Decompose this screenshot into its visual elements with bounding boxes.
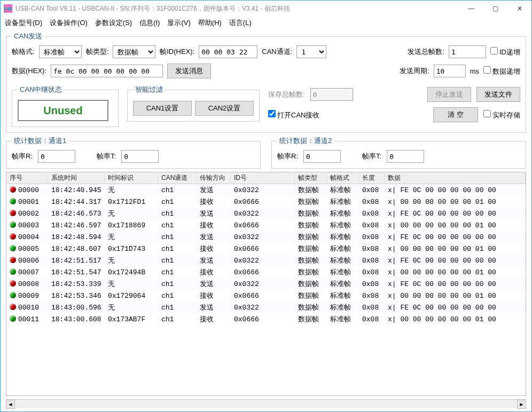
log-grid: 序号 系统时间 时间标识 CAN通道 传输方向 ID号 帧类型 帧格式 长度 数… bbox=[6, 172, 526, 396]
stop-send-button: 停止发送 bbox=[427, 87, 471, 102]
send-period-label: 发送周期: bbox=[400, 66, 429, 76]
direction-led-icon bbox=[10, 315, 16, 322]
table-row[interactable]: 0001118:43:00.6080x173AB7Fch1接收0x0666数据帧… bbox=[6, 313, 526, 325]
col-id[interactable]: ID号 bbox=[231, 173, 295, 183]
col-seq[interactable]: 序号 bbox=[6, 173, 48, 183]
direction-led-icon bbox=[10, 186, 16, 193]
stats1-t-label: 帧率T: bbox=[97, 152, 116, 161]
minimize-button[interactable]: — bbox=[459, 1, 483, 17]
frame-id-input[interactable] bbox=[199, 45, 257, 58]
channel-select[interactable]: 1 bbox=[296, 45, 326, 58]
open-recv-checkbox-label[interactable]: 打开CAN接收 bbox=[268, 110, 319, 120]
frame-type-select[interactable]: 数据帧 bbox=[113, 45, 155, 58]
table-row[interactable]: 0000818:42:53.339无ch1发送0x0322数据帧标准帧0x08x… bbox=[6, 278, 526, 290]
table-row[interactable]: 0000718:42:51.5470x172494Bch1接收0x0666数据帧… bbox=[6, 266, 526, 278]
col-data[interactable]: 数据 bbox=[385, 173, 526, 183]
window-title: USB-CAN Tool V9.11 - USBCAN-II - SN:序列号：… bbox=[15, 4, 459, 13]
send-total-input[interactable] bbox=[449, 45, 486, 58]
stats-ch2-group: 统计数据：通道2 帧率R: 帧率T: bbox=[271, 136, 526, 169]
scroll-right-icon[interactable]: ► bbox=[517, 400, 526, 409]
col-channel[interactable]: CAN通道 bbox=[158, 173, 197, 183]
menu-display[interactable]: 显示(V) bbox=[167, 18, 190, 28]
frame-format-label: 帧格式: bbox=[12, 47, 35, 57]
col-timeid[interactable]: 时间标识 bbox=[105, 173, 158, 183]
frame-type-label: 帧类型: bbox=[86, 47, 109, 57]
log-grid-header: 序号 系统时间 时间标识 CAN通道 传输方向 ID号 帧类型 帧格式 长度 数… bbox=[6, 172, 526, 184]
send-file-button[interactable]: 发送文件 bbox=[476, 87, 520, 102]
table-row[interactable]: 0000118:42:44.3170x1712FD1ch1接收0x0666数据帧… bbox=[6, 196, 526, 208]
maximize-button[interactable]: ▢ bbox=[483, 1, 507, 17]
menu-device-model[interactable]: 设备型号(D) bbox=[5, 18, 42, 28]
stats2-t-label: 帧率T: bbox=[362, 152, 381, 161]
menu-info[interactable]: 信息(I) bbox=[139, 18, 160, 28]
can-send-group: CAN发送 帧格式: 标准帧 帧类型: 数据帧 帧ID(HEX): CAN通道:… bbox=[6, 31, 526, 133]
send-period-input[interactable] bbox=[434, 65, 466, 77]
can1-settings-button[interactable]: CAN1设置 bbox=[133, 101, 192, 116]
table-row[interactable]: 0000518:42:48.6070x171D743ch1接收0x0666数据帧… bbox=[6, 243, 526, 255]
data-hex-label: 数据(HEX): bbox=[12, 66, 46, 76]
menu-language[interactable]: 语言(L) bbox=[229, 18, 252, 28]
id-inc-checkbox-label[interactable]: ID递增 bbox=[490, 47, 520, 57]
relay-status-group: CAN中继状态 Unused bbox=[12, 85, 119, 127]
realtime-save-checkbox[interactable] bbox=[483, 110, 491, 117]
id-inc-checkbox[interactable] bbox=[490, 47, 498, 54]
send-period-unit: ms bbox=[470, 67, 479, 75]
channel-label: CAN通道: bbox=[262, 47, 292, 57]
scroll-left-icon[interactable]: ◄ bbox=[6, 400, 15, 409]
data-inc-checkbox-label[interactable]: 数据递增 bbox=[483, 66, 520, 76]
close-button[interactable]: ✕ bbox=[507, 1, 531, 17]
can2-settings-button[interactable]: CAN2设置 bbox=[195, 101, 254, 116]
menu-param[interactable]: 参数设定(S) bbox=[95, 18, 132, 28]
send-message-button[interactable]: 发送消息 bbox=[167, 64, 211, 78]
table-row[interactable]: 0001018:43:00.596无ch1发送0x0322数据帧标准帧0x08x… bbox=[6, 302, 526, 313]
table-row[interactable]: 0000018:42:40.945无ch1发送0x0322数据帧标准帧0x08x… bbox=[6, 184, 526, 196]
relay-status-legend: CAN中继状态 bbox=[18, 85, 64, 94]
stats-ch1-legend: 统计数据：通道1 bbox=[12, 136, 68, 146]
log-grid-body[interactable]: 0000018:42:40.945无ch1发送0x0322数据帧标准帧0x08x… bbox=[6, 184, 526, 395]
stats-ch2-legend: 统计数据：通道2 bbox=[277, 136, 334, 146]
open-recv-checkbox[interactable] bbox=[268, 110, 276, 117]
direction-led-icon bbox=[10, 233, 16, 240]
send-total-label: 发送总帧数: bbox=[408, 47, 444, 57]
stats2-r-label: 帧率R: bbox=[277, 152, 298, 161]
table-row[interactable]: 0000618:42:51.517无ch1发送0x0322数据帧标准帧0x08x… bbox=[6, 255, 526, 266]
main-window: CAN USB-CAN Tool V9.11 - USBCAN-II - SN:… bbox=[0, 0, 532, 412]
direction-led-icon bbox=[10, 280, 16, 287]
direction-led-icon bbox=[10, 245, 16, 251]
col-frameformat[interactable]: 帧格式 bbox=[327, 173, 359, 183]
can-send-legend: CAN发送 bbox=[12, 31, 44, 41]
direction-led-icon bbox=[10, 292, 16, 298]
direction-led-icon bbox=[10, 257, 16, 263]
menu-device-op[interactable]: 设备操作(O) bbox=[50, 18, 88, 28]
data-hex-input[interactable] bbox=[51, 65, 163, 77]
frame-id-label: 帧ID(HEX): bbox=[160, 47, 194, 57]
col-direction[interactable]: 传输方向 bbox=[197, 173, 231, 183]
col-frametype[interactable]: 帧类型 bbox=[295, 173, 327, 183]
app-icon: CAN bbox=[4, 4, 12, 13]
table-row[interactable]: 0000218:42:46.573无ch1发送0x0322数据帧标准帧0x08x… bbox=[6, 208, 526, 219]
stats-ch1-group: 统计数据：通道1 帧率R: 帧率T: bbox=[6, 136, 261, 169]
smart-filter-legend: 智能过滤 bbox=[133, 85, 165, 94]
frame-format-select[interactable]: 标准帧 bbox=[39, 45, 82, 58]
data-inc-checkbox[interactable] bbox=[483, 66, 491, 74]
direction-led-icon bbox=[10, 221, 16, 228]
stats2-r-input[interactable] bbox=[303, 150, 341, 163]
save-total-label: 保存总帧数: bbox=[268, 90, 305, 99]
direction-led-icon bbox=[10, 268, 16, 275]
menu-help[interactable]: 帮助(H) bbox=[198, 18, 222, 28]
titlebar: CAN USB-CAN Tool V9.11 - USBCAN-II - SN:… bbox=[1, 1, 531, 17]
table-row[interactable]: 0000418:42:48.594无ch1发送0x0322数据帧标准帧0x08x… bbox=[6, 231, 526, 243]
table-row[interactable]: 0000918:42:53.3460x1729064ch1接收0x0666数据帧… bbox=[6, 290, 526, 302]
stats1-t-input[interactable] bbox=[121, 150, 159, 163]
scroll-track[interactable] bbox=[15, 400, 517, 408]
clear-button[interactable]: 清 空 bbox=[433, 107, 478, 122]
direction-led-icon bbox=[10, 304, 16, 310]
stats2-t-input[interactable] bbox=[387, 150, 424, 163]
col-length[interactable]: 长度 bbox=[359, 173, 385, 183]
realtime-save-checkbox-label[interactable]: 实时存储 bbox=[483, 110, 520, 120]
stats1-r-label: 帧率R: bbox=[12, 152, 33, 161]
col-systime[interactable]: 系统时间 bbox=[48, 173, 105, 183]
stats1-r-input[interactable] bbox=[38, 150, 75, 163]
table-row[interactable]: 0000318:42:46.5970x1718869ch1接收0x0666数据帧… bbox=[6, 219, 526, 231]
horizontal-scrollbar[interactable]: ◄ ► bbox=[6, 399, 526, 408]
